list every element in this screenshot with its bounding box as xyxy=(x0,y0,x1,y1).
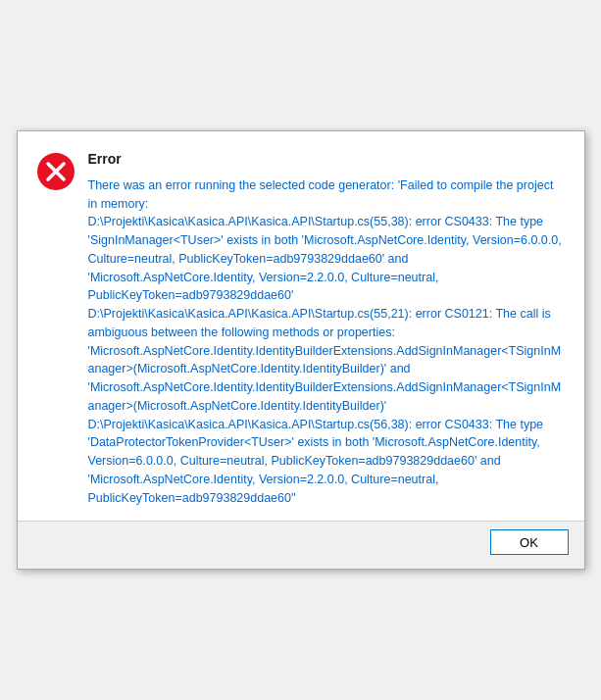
ok-button[interactable]: OK xyxy=(490,529,569,555)
error-dialog: Error There was an error running the sel… xyxy=(17,130,585,571)
dialog-content: Error There was an error running the sel… xyxy=(88,151,565,508)
error-icon xyxy=(37,153,75,190)
dialog-body: Error There was an error running the sel… xyxy=(18,131,584,522)
dialog-title: Error xyxy=(88,151,565,167)
dialog-footer: OK xyxy=(18,521,584,569)
dialog-message: There was an error running the selected … xyxy=(88,176,565,508)
